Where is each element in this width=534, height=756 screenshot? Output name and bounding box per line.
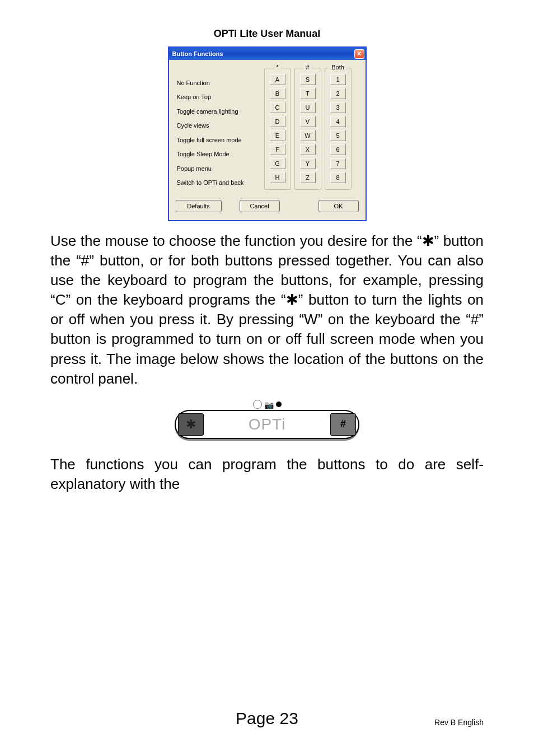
key-button[interactable]: B: [270, 88, 285, 99]
body-paragraph-2: The functions you can program the button…: [50, 455, 484, 494]
function-list: No Function Keep on Top Toggle camera li…: [177, 66, 261, 190]
dialog-titlebar: Button Functions ×: [169, 48, 366, 60]
control-panel-diagram: 📷 ✱ OPTi #: [175, 400, 359, 439]
close-icon: ×: [357, 50, 361, 57]
page-title: OPTi Lite User Manual: [50, 28, 484, 40]
page-number: Page 23: [236, 709, 298, 728]
function-item[interactable]: Toggle camera lighting: [177, 104, 261, 119]
hash-column: # S T U V W X Y Z: [294, 68, 321, 190]
hash-button: #: [330, 413, 356, 436]
key-button[interactable]: V: [300, 116, 316, 127]
key-button[interactable]: G: [270, 158, 285, 169]
function-item[interactable]: Toggle full screen mode: [177, 133, 261, 147]
indicator-dot-icon: [276, 402, 282, 407]
function-item[interactable]: Popup menu: [177, 161, 261, 176]
body-paragraph-1: Use the mouse to choose the function you…: [50, 231, 484, 389]
key-button[interactable]: F: [270, 144, 285, 155]
key-button[interactable]: T: [300, 88, 316, 99]
key-button[interactable]: 7: [330, 158, 346, 169]
key-button[interactable]: A: [270, 74, 285, 85]
key-button[interactable]: 1: [330, 74, 346, 85]
key-button[interactable]: Z: [300, 172, 316, 183]
star-button: ✱: [178, 413, 204, 436]
key-button[interactable]: S: [300, 74, 316, 85]
key-button[interactable]: W: [300, 130, 316, 141]
camera-icon: 📷: [264, 401, 274, 409]
defaults-button[interactable]: Defaults: [176, 200, 222, 212]
key-button[interactable]: H: [270, 172, 285, 183]
key-button[interactable]: U: [300, 102, 316, 113]
indicator-circle-icon: [253, 400, 262, 409]
revision-label: Rev B English: [434, 718, 484, 727]
both-label: Both: [329, 64, 346, 71]
function-item[interactable]: Cycle views: [177, 119, 261, 133]
function-item[interactable]: No Function: [177, 76, 261, 90]
button-functions-dialog: Button Functions × No Function Keep on T…: [168, 46, 367, 221]
key-button[interactable]: 8: [330, 172, 346, 183]
cancel-button[interactable]: Cancel: [240, 200, 280, 212]
star-column: * A B C D E F G H: [264, 68, 291, 190]
key-button[interactable]: Y: [300, 158, 316, 169]
function-item[interactable]: Toggle Sleep Mode: [177, 147, 261, 162]
key-button[interactable]: D: [270, 116, 285, 127]
key-button[interactable]: 3: [330, 102, 346, 113]
function-item[interactable]: Keep on Top: [177, 90, 261, 105]
star-label: *: [274, 64, 280, 71]
key-button[interactable]: E: [270, 130, 285, 141]
function-item[interactable]: Switch to OPTi and back: [177, 176, 261, 190]
hash-label: #: [303, 64, 311, 71]
dialog-title: Button Functions: [172, 50, 223, 57]
key-button[interactable]: C: [270, 102, 285, 113]
both-column: Both 1 2 3 4 5 6 7 8: [325, 68, 352, 190]
ok-button[interactable]: OK: [318, 200, 359, 212]
key-button[interactable]: 6: [330, 144, 346, 155]
key-button[interactable]: X: [300, 144, 316, 155]
close-button[interactable]: ×: [354, 49, 364, 59]
panel-brand: OPTi: [204, 416, 330, 433]
key-button[interactable]: 4: [330, 116, 346, 127]
key-button[interactable]: 2: [330, 88, 346, 99]
key-button[interactable]: 5: [330, 130, 346, 141]
